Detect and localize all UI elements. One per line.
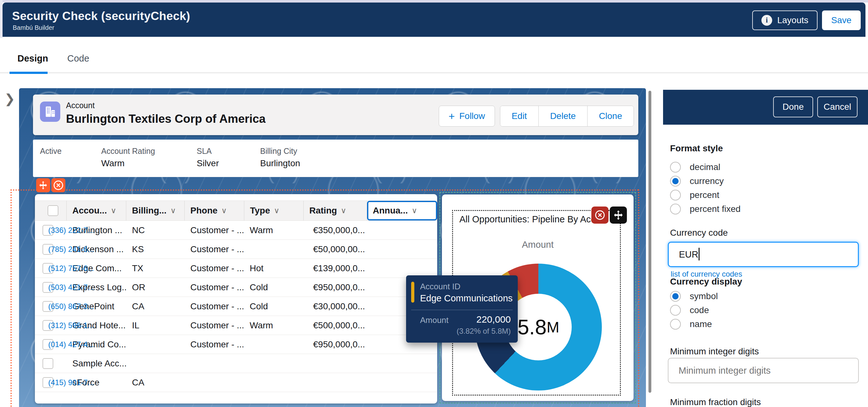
radio-icon — [670, 190, 681, 200]
tab-design[interactable]: Design — [18, 53, 48, 64]
column-header-phone[interactable]: Phone∨ — [185, 201, 244, 220]
table-cell: IL — [126, 320, 185, 331]
select-all-checkbox[interactable] — [48, 205, 58, 216]
phone-link[interactable]: (650) 867-3... — [42, 302, 102, 311]
currency-code-label: Currency code — [670, 228, 728, 238]
tooltip-metric-value: 220,000 — [476, 314, 511, 325]
table-cell: €50,000,00... — [307, 244, 437, 254]
phone-link[interactable]: (503) 421-7... — [42, 283, 102, 292]
detail-field: Active — [40, 147, 62, 158]
chevron-down-icon: ∨ — [411, 206, 417, 215]
chevron-down-icon: ∨ — [111, 206, 117, 215]
column-header-label: Rating — [309, 206, 337, 216]
column-header-rating[interactable]: Rating∨ — [304, 201, 367, 220]
column-header-annua[interactable]: Annua...∨ — [367, 201, 437, 220]
radio-option-code[interactable]: code — [670, 303, 718, 317]
save-button[interactable]: Save — [822, 10, 861, 30]
table-row[interactable]: Express Log...OR(503) 421-7...Customer -… — [35, 278, 437, 297]
tooltip-field-value: Edge Communications — [420, 293, 513, 304]
phone-link[interactable]: (014) 427-4... — [42, 340, 102, 349]
panel-scrollbar[interactable] — [648, 91, 651, 393]
column-header-type[interactable]: Type∨ — [244, 201, 304, 220]
move-handle-icon[interactable] — [36, 178, 50, 192]
detail-field-value: Silver — [197, 158, 219, 168]
detail-field-label: Billing City — [260, 147, 300, 156]
currency-display-label: Currency display — [670, 277, 742, 287]
table-cell: Cold — [244, 301, 307, 312]
phone-link[interactable]: (512) 757-6... — [42, 264, 102, 273]
edit-button[interactable]: Edit — [500, 106, 538, 126]
radio-option-percent[interactable]: percent — [670, 188, 741, 202]
properties-panel: Done Cancel Format style decimalcurrency… — [663, 90, 868, 407]
table-row[interactable]: Edge Com...TX(512) 757-6...Customer - ..… — [35, 259, 437, 278]
chevron-right-icon[interactable]: ❯ — [4, 91, 17, 105]
min-integer-digits-input[interactable] — [668, 358, 859, 383]
chart-tooltip: Account ID Edge Communications Amount 22… — [406, 275, 518, 343]
phone-link[interactable]: (415) 901-7... — [42, 378, 102, 387]
chart-move-icon[interactable] — [610, 207, 627, 224]
accounts-table-widget: Accou...∨Billing...∨Phone∨Type∨Rating∨An… — [35, 194, 437, 404]
table-row[interactable]: Dickenson ...KS(785) 241-6...Customer - … — [35, 240, 437, 259]
row-checkbox[interactable] — [42, 358, 53, 369]
table-cell: Customer - ... — [185, 301, 244, 312]
radio-option-label: percent — [690, 190, 719, 200]
column-header-accou[interactable]: Accou...∨ — [67, 201, 126, 220]
column-header-label: Billing... — [132, 206, 166, 216]
tooltip-metric-label: Amount — [420, 315, 448, 325]
detail-field: SLASilver — [197, 147, 219, 168]
table-cell: €139,000,0... — [307, 263, 437, 274]
detail-field-value: Warm — [101, 158, 155, 168]
chart-title: All Opportunities: Pipeline By Accou... — [459, 214, 609, 225]
detail-field-label: SLA — [197, 147, 219, 156]
row-checkbox-cell — [35, 358, 67, 369]
done-button[interactable]: Done — [773, 96, 813, 117]
chevron-down-icon: ∨ — [274, 206, 279, 215]
account-building-icon — [40, 101, 60, 122]
tab-code[interactable]: Code — [67, 53, 89, 64]
table-cell: Warm — [244, 225, 307, 236]
radio-option-label: percent fixed — [690, 204, 741, 214]
chart-delete-icon[interactable]: × — [591, 207, 609, 224]
table-cell: NC — [126, 225, 185, 236]
cancel-button[interactable]: Cancel — [817, 96, 858, 117]
radio-option-label: symbol — [690, 291, 718, 301]
remove-widget-icon[interactable]: × — [52, 178, 65, 192]
radio-option-symbol[interactable]: symbol — [670, 289, 718, 303]
detail-field-label: Account Rating — [101, 147, 155, 156]
table-row[interactable]: Pyramid Co...(014) 427-4...Customer - ..… — [35, 335, 437, 354]
detail-field-value: Burlington — [260, 158, 300, 168]
chart-value-label: Amount — [442, 240, 633, 250]
table-row[interactable]: Burlington ...NC(336) 222-7...Customer -… — [35, 221, 437, 240]
chevron-down-icon: ∨ — [341, 206, 346, 215]
radio-icon — [670, 204, 681, 214]
column-header-billing[interactable]: Billing...∨ — [126, 201, 185, 220]
chevron-down-icon: ∨ — [221, 206, 227, 215]
layouts-button[interactable]: i Layouts — [752, 10, 817, 30]
table-row[interactable]: sForceCA(415) 901-7... — [35, 373, 437, 392]
table-row[interactable]: GenePointCA(650) 867-3...Customer - ...C… — [35, 297, 437, 316]
follow-button[interactable]: + Follow — [439, 106, 495, 127]
column-header-label: Type — [250, 206, 270, 216]
table-row[interactable]: Grand Hote...IL(312) 596-1...Customer - … — [35, 316, 437, 335]
phone-link[interactable]: (312) 596-1... — [42, 321, 102, 330]
close-icon: × — [54, 181, 63, 190]
table-cell: Customer - ... — [185, 263, 244, 274]
phone-link[interactable]: (785) 241-6... — [42, 245, 102, 254]
currency-code-input[interactable] — [668, 242, 859, 267]
radio-option-label: currency — [690, 176, 724, 186]
radio-option-label: code — [690, 305, 709, 315]
table-header-row: Accou...∨Billing...∨Phone∨Type∨Rating∨An… — [35, 200, 437, 221]
radio-option-currency[interactable]: currency — [670, 174, 741, 188]
delete-button[interactable]: Delete — [538, 106, 587, 126]
radio-option-percent-fixed[interactable]: percent fixed — [670, 202, 741, 216]
format-style-radio-group: decimalcurrencypercentpercent fixed — [670, 160, 741, 216]
close-icon: × — [595, 210, 605, 220]
text-caret — [699, 248, 700, 260]
radio-option-name[interactable]: name — [670, 317, 718, 331]
table-row[interactable]: Sample Acc... — [35, 354, 437, 373]
layouts-button-label: Layouts — [777, 15, 808, 25]
clone-button[interactable]: Clone — [587, 106, 633, 126]
phone-link[interactable]: (336) 222-7... — [42, 226, 102, 235]
radio-option-decimal[interactable]: decimal — [670, 160, 741, 174]
radio-icon — [670, 305, 681, 316]
